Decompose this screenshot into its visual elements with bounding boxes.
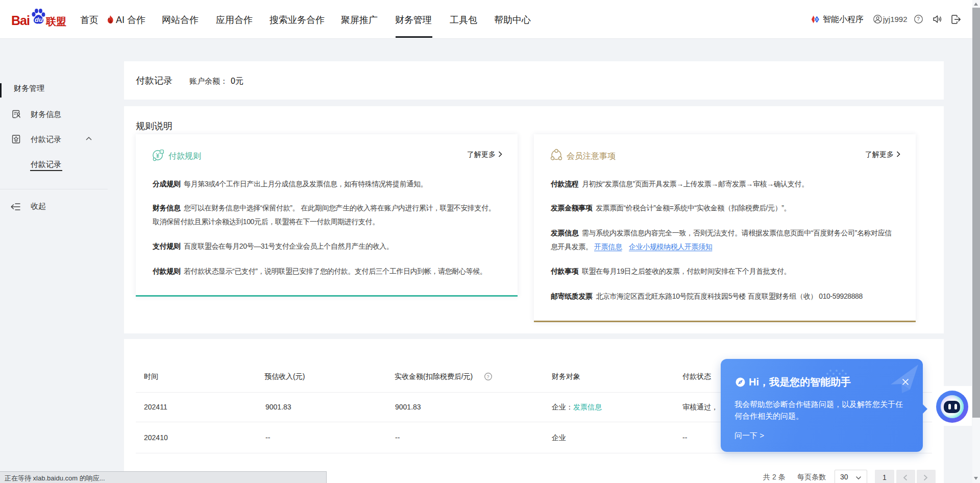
svg-text:?: ? bbox=[487, 374, 489, 379]
svg-text:?: ? bbox=[917, 16, 920, 22]
svg-text:du: du bbox=[35, 16, 43, 23]
